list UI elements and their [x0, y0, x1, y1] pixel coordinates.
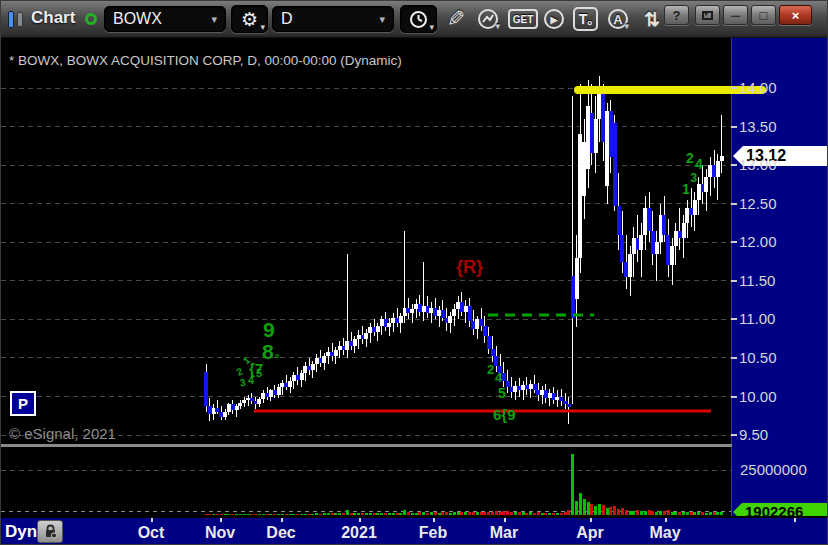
price-tick-mark: [731, 241, 737, 243]
candle-body: [231, 404, 235, 410]
replay-button[interactable]: ▶: [542, 7, 566, 31]
volume-bar: [407, 512, 410, 515]
symbol-combo[interactable]: BOWX ▾: [104, 6, 226, 32]
volume-bar: [678, 512, 681, 515]
candle-body: [307, 366, 311, 371]
candle-body: [238, 403, 242, 406]
help-button[interactable]: ?: [664, 5, 689, 25]
volume-bar: [430, 512, 433, 515]
volume-bar: [533, 513, 536, 515]
candle-body: [712, 165, 716, 177]
lock-icon: [44, 524, 57, 539]
time-lock-button[interactable]: [37, 520, 63, 543]
candle-body: [544, 390, 548, 398]
td-count-annotation: 9: [263, 319, 275, 340]
td-count-annotation: °: [275, 353, 279, 364]
candle-body: [445, 318, 449, 323]
volume-bar: [480, 512, 483, 515]
volume-bar: [529, 512, 532, 515]
price-tick-mark: [731, 126, 737, 128]
volume-bar: [613, 506, 616, 515]
price-axis[interactable]: 25000000 13.12 1902266 14.0013.5013.0012…: [731, 38, 828, 516]
candle-body: [406, 308, 410, 313]
data-transfer-button[interactable]: ⇅: [639, 6, 665, 32]
toolbar: Chart BOWX ▾ ⚙ ▾ D ▾ ▾ ✎: [1, 1, 828, 38]
volume-bar: [510, 512, 513, 515]
time-template-button[interactable]: ▾: [400, 5, 437, 33]
td-count-annotation: 3: [239, 378, 246, 389]
interval-value: D: [281, 10, 293, 28]
settings-button[interactable]: ⚙ ▾: [231, 5, 268, 33]
candle-body: [296, 375, 300, 380]
volume-bar: [579, 493, 582, 515]
pane-separator[interactable]: [1, 444, 732, 447]
candle-body: [319, 358, 323, 363]
candle-body: [517, 386, 521, 391]
time-tick-mark: [590, 518, 592, 522]
volume-bar: [472, 512, 475, 515]
price-tick-label: 13.00: [739, 156, 777, 173]
volume-bar: [315, 513, 318, 515]
volume-bar: [522, 512, 525, 515]
td-count-annotation: 1: [241, 355, 252, 366]
interval-combo[interactable]: D ▾: [272, 6, 394, 32]
volume-bar: [331, 513, 334, 515]
close-button[interactable]: ×: [779, 5, 812, 25]
candle-body: [666, 235, 670, 266]
price-tick-label: 9.50: [739, 426, 768, 443]
volume-bar: [590, 504, 593, 515]
minimize-button[interactable]: ─: [723, 5, 748, 25]
candle-body: [223, 412, 227, 417]
volume-bar: [560, 513, 563, 515]
volume-bar: [629, 511, 632, 516]
volume-bar: [487, 512, 490, 515]
draw-pencil-button[interactable]: ✎: [442, 6, 470, 32]
text-tool-button[interactable]: T o: [573, 7, 598, 31]
annotation-tool-button[interactable]: A ▾: [605, 7, 631, 31]
candle-body: [403, 308, 407, 316]
candle-body: [555, 397, 559, 400]
candle-body: [716, 161, 720, 176]
candle-body: [368, 327, 372, 333]
candle-body: [693, 200, 697, 215]
transfer-arrows-icon: ⇅: [644, 8, 660, 31]
candle-body: [273, 390, 277, 395]
price-tick-mark: [731, 87, 737, 89]
volume-bar: [625, 510, 628, 515]
candle-body: [597, 92, 601, 119]
candle-body: [464, 306, 468, 312]
candle-body: [254, 401, 258, 404]
candle-body: [689, 208, 693, 216]
volume-bar: [346, 510, 349, 515]
volume-bar: [227, 514, 230, 515]
volume-bar: [281, 514, 284, 515]
candle-body: [265, 393, 269, 397]
candle-body: [624, 262, 628, 277]
candle-body: [311, 364, 315, 370]
volume-bar: [460, 512, 463, 515]
maximize-button[interactable]: □: [751, 5, 776, 25]
symbol-link-ring-icon[interactable]: [85, 13, 97, 25]
volume-bar: [648, 510, 651, 515]
volume-bar: [361, 513, 364, 515]
td-count-annotation: 4: [695, 157, 703, 171]
candle-body: [349, 341, 353, 346]
volume-bar: [235, 514, 238, 515]
volume-bar: [205, 514, 208, 515]
candle-body: [437, 310, 441, 315]
candle-body: [292, 375, 296, 381]
candle-body: [552, 393, 556, 399]
candle-body: [586, 106, 590, 169]
volume-bar: [693, 512, 696, 515]
time-axis[interactable]: Dyn OctNovDec2021FebMarAprMay: [1, 516, 828, 545]
get-data-button[interactable]: GET: [508, 9, 538, 29]
time-tick-mark: [504, 518, 506, 522]
volume-bar: [334, 513, 337, 515]
td-count-annotation: {7: [249, 361, 263, 376]
restore-window-button[interactable]: [695, 5, 720, 25]
candle-body: [643, 208, 647, 235]
volume-bar: [609, 507, 612, 515]
trendline-tool-button[interactable]: ▾: [474, 7, 502, 31]
candle-body: [510, 387, 514, 392]
time-tick-mark: [359, 518, 361, 522]
